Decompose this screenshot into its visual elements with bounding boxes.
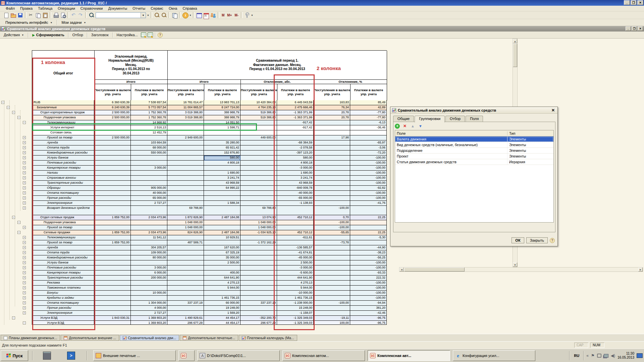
settings-button[interactable]: Настройка... [115, 32, 140, 38]
value-cell[interactable] [131, 156, 167, 161]
value-cell[interactable] [277, 220, 314, 225]
memory-button-m[interactable]: M [220, 13, 226, 17]
ok-button[interactable]: ОК [512, 237, 524, 243]
value-cell[interactable]: 15 248,00 [277, 306, 314, 311]
value-cell[interactable] [204, 206, 240, 215]
row-label[interactable]: Почтовые расходы [32, 265, 94, 270]
value-cell[interactable] [94, 191, 131, 196]
scroll-left-icon[interactable]: ◄ [399, 267, 404, 272]
expand-icon[interactable]: + [23, 136, 26, 139]
menu-item-документы[interactable]: Документы [106, 6, 129, 11]
taskbar-button[interactable]: 1СКомплексная авт... [368, 350, 450, 361]
value-cell[interactable]: 1 690,00 [277, 171, 314, 176]
value-cell[interactable]: -3,06 [350, 145, 387, 150]
value-cell[interactable] [314, 150, 350, 156]
row-label[interactable]: Кредиты и займы [32, 296, 94, 301]
value-cell[interactable] [314, 171, 350, 176]
value-cell[interactable]: 85,49 [350, 100, 387, 105]
value-cell[interactable] [167, 306, 204, 311]
value-cell[interactable]: -3 000,00 [277, 166, 314, 171]
expand-icon[interactable]: + [23, 276, 26, 279]
row-label[interactable]: Электроэнергия [32, 201, 94, 206]
expand-icon[interactable]: + [23, 311, 26, 314]
value-cell[interactable]: 296 677,29 [240, 321, 277, 325]
value-cell[interactable]: -1 372 162,29 [240, 240, 277, 245]
row-label[interactable]: Канцелярские товары [32, 270, 94, 276]
collapse-icon[interactable]: − [17, 116, 20, 119]
value-cell[interactable]: -100,00 [350, 171, 387, 176]
vertical-scroll-thumb[interactable] [513, 44, 517, 67]
value-cell[interactable] [94, 225, 131, 230]
value-cell[interactable]: 3 000,00 [131, 265, 167, 270]
value-cell[interactable]: 22,25 [350, 215, 387, 220]
value-cell[interactable]: -840 009,78 [277, 186, 314, 191]
quick-launch-system-icon[interactable] [43, 352, 51, 360]
value-cell[interactable]: -100,00 [350, 181, 387, 186]
value-cell[interactable]: 1 859 752,00 [94, 230, 131, 235]
value-cell[interactable]: 2 500 000,00 [94, 135, 131, 140]
value-cell[interactable]: 20,78 [314, 110, 350, 115]
toolbar-combobox[interactable]: ▼ [96, 12, 146, 18]
value-cell[interactable] [240, 140, 277, 145]
grouping-row[interactable]: Валюта движенияЭлементы [395, 136, 553, 142]
value-cell[interactable]: 400,00 [204, 270, 240, 276]
value-cell[interactable]: 3 241,74 [277, 176, 314, 181]
value-cell[interactable]: 1 690,00 [204, 171, 240, 176]
value-cell[interactable] [131, 181, 167, 186]
value-cell[interactable]: -19,11 [314, 316, 350, 321]
value-cell[interactable]: -1 238 000,00 [277, 301, 314, 306]
pages-icon[interactable] [171, 12, 178, 18]
value-cell[interactable]: -100,00 [350, 296, 387, 301]
value-cell[interactable]: -100,00 [350, 161, 387, 166]
collapse-icon[interactable]: − [23, 121, 26, 124]
value-cell[interactable] [314, 291, 350, 296]
expand-icon[interactable]: + [23, 246, 26, 249]
close-icon[interactable]: ✕ [637, 0, 643, 5]
value-cell[interactable] [314, 145, 350, 150]
save-settings-icon[interactable] [141, 33, 146, 37]
collapse-icon[interactable]: − [12, 216, 15, 219]
value-cell[interactable]: 1 859 752,00 [94, 215, 131, 220]
taskbar-clock[interactable]: 11:30 16.05.2013 [618, 352, 634, 360]
volume-icon[interactable]: ◀) [611, 353, 615, 358]
value-cell[interactable]: 4 800,18 [277, 161, 314, 166]
value-cell[interactable]: 13 983 701,13 [204, 100, 240, 105]
scroll-up-icon[interactable]: ▲ [513, 39, 517, 43]
value-cell[interactable]: -40 000,00 [277, 191, 314, 196]
value-cell[interactable]: 44 454,17 [204, 321, 240, 325]
value-cell[interactable] [204, 135, 240, 140]
collapse-icon[interactable]: − [7, 106, 10, 109]
value-cell[interactable]: 304 205,57 [131, 245, 167, 250]
mdi-tab[interactable]: Платежный календарь (Ма... [239, 335, 297, 341]
value-cell[interactable]: 337 237,19 [167, 301, 204, 306]
value-cell[interactable] [240, 270, 277, 276]
expand-icon[interactable]: + [23, 266, 26, 269]
row-label[interactable]: Электроэнергия [32, 311, 94, 316]
switch-interface-button[interactable]: Переключить интерфейс ▼ [3, 20, 55, 25]
minimize-icon[interactable]: _ [624, 0, 630, 5]
value-cell[interactable]: -44,90 [350, 245, 387, 250]
value-cell[interactable] [314, 306, 350, 311]
expand-icon[interactable]: + [23, 201, 26, 204]
value-cell[interactable]: -917,42 [277, 125, 314, 130]
value-cell[interactable] [94, 291, 131, 296]
value-cell[interactable]: 905 000,00 [131, 186, 167, 191]
wrench-icon[interactable] [244, 12, 250, 18]
value-cell[interactable] [94, 186, 131, 191]
value-cell[interactable] [167, 250, 204, 255]
memory-button-m-[interactable]: M- [233, 13, 240, 17]
value-cell[interactable] [167, 186, 204, 191]
value-cell[interactable] [94, 220, 131, 225]
value-cell[interactable] [314, 181, 350, 186]
row-label[interactable]: Страховые взносы [32, 176, 94, 181]
row-label[interactable]: Бонусы [32, 291, 94, 296]
value-cell[interactable]: 3 019 388,80 [167, 110, 204, 115]
value-cell[interactable] [94, 206, 131, 215]
value-cell[interactable]: 103 664,59 [131, 140, 167, 145]
row-label[interactable]: Командировочные расходы [32, 150, 94, 156]
open-icon[interactable] [10, 12, 16, 18]
value-cell[interactable]: -77,80 [350, 115, 387, 120]
value-cell[interactable] [94, 250, 131, 255]
value-cell[interactable] [204, 191, 240, 196]
grouping-row[interactable]: ПроектЭлементы [395, 154, 553, 159]
